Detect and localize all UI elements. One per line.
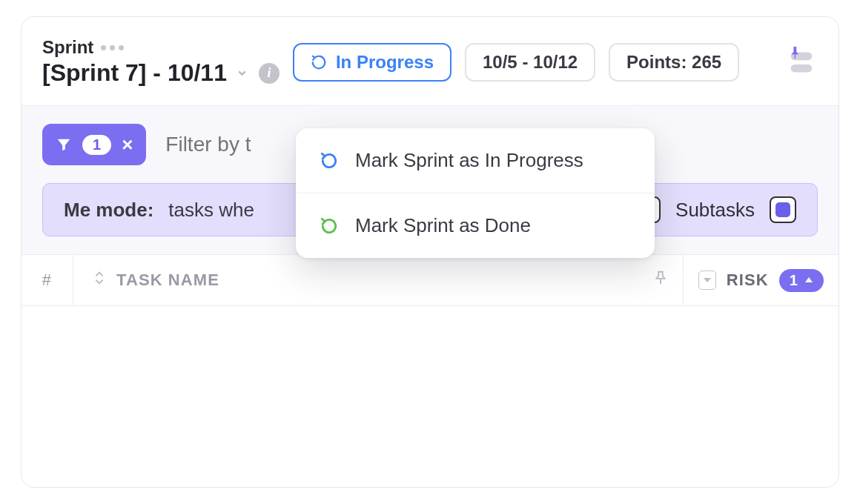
points-text: Points: 265 bbox=[626, 52, 721, 73]
svg-marker-5 bbox=[805, 277, 813, 282]
title-row[interactable]: [Sprint 7] - 10/11 i bbox=[42, 59, 280, 87]
pin-toggle[interactable] bbox=[784, 45, 818, 79]
col-risk[interactable]: RISK 1 bbox=[683, 255, 838, 305]
clear-filter-icon[interactable]: × bbox=[122, 133, 133, 156]
svg-marker-4 bbox=[704, 278, 711, 282]
status-dropdown: Mark Sprint as In Progress Mark Sprint a… bbox=[296, 128, 655, 258]
col-pin[interactable] bbox=[638, 270, 683, 291]
me-mode-text: tasks whe bbox=[168, 199, 254, 222]
chevron-down-icon bbox=[236, 67, 248, 79]
col-risk-label: RISK bbox=[727, 271, 769, 290]
cycle-arrow-icon bbox=[311, 54, 327, 70]
col-index[interactable]: # bbox=[22, 255, 73, 305]
filter-chip[interactable]: 1 × bbox=[42, 124, 146, 165]
date-range-pill[interactable]: 10/5 - 10/12 bbox=[465, 43, 595, 82]
expand-icon bbox=[91, 270, 108, 291]
dropdown-item-in-progress[interactable]: Mark Sprint as In Progress bbox=[296, 128, 655, 193]
filter-count: 1 bbox=[82, 135, 111, 155]
dropdown-item-label: Mark Sprint as In Progress bbox=[355, 149, 583, 172]
more-dots-icon[interactable] bbox=[101, 45, 124, 50]
risk-count: 1 bbox=[790, 272, 798, 289]
status-pill[interactable]: In Progress bbox=[293, 43, 452, 82]
dropdown-item-label: Mark Sprint as Done bbox=[355, 214, 531, 237]
breadcrumb: Sprint bbox=[42, 37, 280, 58]
sprint-panel: Sprint [Sprint 7] - 10/11 i In Progress bbox=[21, 16, 839, 488]
me-mode-label: Me mode: bbox=[64, 199, 153, 222]
dropdown-item-done[interactable]: Mark Sprint as Done bbox=[296, 193, 655, 258]
info-icon[interactable]: i bbox=[259, 63, 280, 84]
col-task-name-label: TASK NAME bbox=[116, 271, 219, 290]
cycle-arrow-icon bbox=[320, 216, 339, 236]
date-range-text: 10/5 - 10/12 bbox=[483, 52, 578, 73]
sprint-title: [Sprint 7] - 10/11 bbox=[42, 59, 227, 87]
risk-sort-badge[interactable]: 1 bbox=[779, 269, 824, 292]
subtasks-label: Subtasks bbox=[675, 199, 755, 222]
col-index-label: # bbox=[42, 271, 52, 290]
status-label: In Progress bbox=[336, 52, 434, 73]
col-task-name[interactable]: TASK NAME bbox=[73, 270, 638, 291]
breadcrumb-label: Sprint bbox=[42, 37, 93, 58]
title-block: Sprint [Sprint 7] - 10/11 i bbox=[42, 37, 280, 87]
funnel-icon bbox=[56, 136, 72, 153]
svg-rect-1 bbox=[791, 64, 813, 72]
sort-icon bbox=[698, 271, 716, 290]
sprint-header: Sprint [Sprint 7] - 10/11 i In Progress bbox=[22, 17, 838, 106]
points-pill[interactable]: Points: 265 bbox=[609, 43, 739, 82]
svg-rect-2 bbox=[795, 54, 796, 59]
cycle-arrow-icon bbox=[320, 151, 339, 170]
subtasks-checkbox[interactable] bbox=[770, 196, 796, 223]
pin-icon bbox=[652, 270, 669, 291]
table-header: # TASK NAME RISK 1 bbox=[22, 254, 838, 306]
